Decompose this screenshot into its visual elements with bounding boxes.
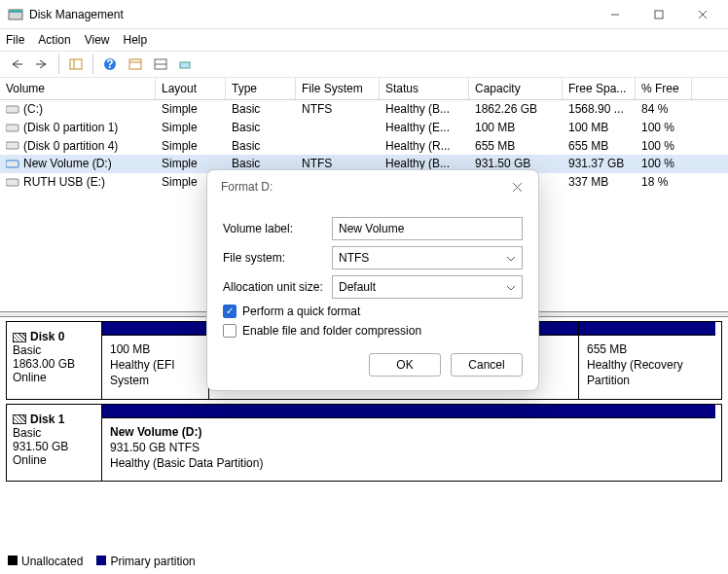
partition[interactable]: 655 MBHealthy (Recovery Partition [579, 322, 715, 399]
legend-unallocated: Unallocated [8, 555, 83, 568]
col-free[interactable]: Free Spa... [563, 78, 636, 99]
col-layout[interactable]: Layout [156, 78, 226, 99]
label-fs: File system: [223, 251, 332, 265]
col-fs[interactable]: File System [296, 78, 380, 99]
label-volume: Volume label: [223, 222, 332, 235]
svg-rect-20 [6, 161, 18, 167]
col-type[interactable]: Type [226, 78, 296, 99]
svg-rect-19 [6, 142, 18, 149]
cancel-button[interactable]: Cancel [451, 353, 523, 377]
settings-button[interactable] [125, 54, 146, 75]
compression-checkbox[interactable] [223, 324, 237, 338]
maximize-button[interactable] [637, 0, 680, 29]
file-system-select[interactable]: NTFS [332, 246, 523, 269]
app-icon [8, 7, 23, 22]
volume-row[interactable]: (Disk 0 partition 4)SimpleBasicHealthy (… [0, 137, 728, 156]
col-volume[interactable]: Volume [0, 78, 156, 99]
quick-format-checkbox[interactable] [223, 305, 237, 318]
toolbar: ? [0, 51, 728, 78]
partition[interactable]: 100 MBHealthy (EFI System [102, 322, 209, 399]
quick-format-label: Perform a quick format [242, 305, 360, 318]
col-status[interactable]: Status [380, 78, 469, 99]
svg-rect-18 [6, 125, 18, 131]
toolbar-sep [92, 54, 93, 74]
svg-rect-16 [180, 62, 190, 68]
svg-rect-21 [6, 179, 18, 186]
disk-label[interactable]: Disk 0Basic1863.00 GBOnline [7, 322, 102, 399]
help-button[interactable]: ? [99, 54, 121, 75]
disk-row: Disk 1Basic931.50 GBOnlineNew Volume (D:… [6, 404, 722, 483]
col-capacity[interactable]: Capacity [469, 78, 563, 99]
volume-row[interactable]: (Disk 0 partition 1)SimpleBasicHealthy (… [0, 119, 728, 137]
show-hide-button[interactable] [65, 54, 87, 75]
menu-help[interactable]: Help [124, 33, 148, 47]
svg-text:?: ? [106, 57, 113, 71]
titlebar: Disk Management [0, 0, 728, 29]
svg-rect-3 [655, 11, 663, 18]
toolbar-sep [58, 54, 59, 74]
minimize-button[interactable] [593, 0, 637, 29]
svg-rect-12 [129, 59, 141, 69]
disk-label[interactable]: Disk 1Basic931.50 GBOnline [7, 405, 102, 482]
svg-rect-17 [6, 106, 18, 113]
menu-file[interactable]: File [6, 33, 24, 47]
action-button[interactable] [175, 54, 197, 75]
col-pct[interactable]: % Free [636, 78, 692, 99]
back-button[interactable] [6, 54, 27, 75]
volume-label-input[interactable] [332, 217, 523, 240]
volume-row[interactable]: (C:)SimpleBasicNTFSHealthy (B...1862.26 … [0, 100, 728, 119]
label-alloc: Allocation unit size: [223, 280, 332, 294]
list-button[interactable] [150, 54, 171, 75]
menu-view[interactable]: View [85, 33, 110, 47]
close-button[interactable] [680, 0, 724, 29]
svg-rect-1 [9, 10, 22, 13]
format-dialog: Format D: Volume label: File system: NTF… [206, 169, 539, 391]
window-title: Disk Management [29, 8, 593, 21]
chevron-down-icon [506, 282, 516, 296]
menubar: File Action View Help [0, 29, 728, 51]
menu-action[interactable]: Action [38, 33, 70, 47]
partition[interactable]: New Volume (D:)931.50 GB NTFSHealthy (Ba… [102, 405, 715, 482]
legend: Unallocated Primary partition [8, 555, 196, 568]
ok-button[interactable]: OK [369, 353, 441, 377]
legend-primary: Primary partition [96, 555, 195, 568]
compression-label: Enable file and folder compression [242, 324, 421, 338]
dialog-title: Format D: [221, 180, 503, 194]
list-header: Volume Layout Type File System Status Ca… [0, 78, 728, 100]
svg-rect-8 [70, 59, 82, 69]
dialog-titlebar: Format D: [207, 170, 538, 203]
chevron-down-icon [506, 253, 516, 267]
allocation-size-select[interactable]: Default [332, 275, 523, 299]
dialog-close-button[interactable] [503, 173, 530, 200]
forward-button[interactable] [31, 54, 53, 75]
